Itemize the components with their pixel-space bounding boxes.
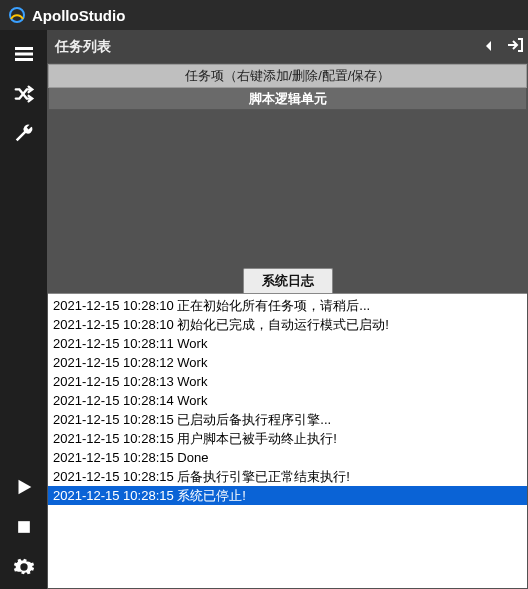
tasks-empty-area[interactable] — [48, 110, 527, 268]
stop-icon — [14, 517, 34, 541]
content-area: 任务项（右键添加/删除/配置/保存） 脚本逻辑单元 系统日志 2021-12-1… — [47, 63, 528, 589]
log-line[interactable]: 2021-12-15 10:28:15 系统已停止! — [48, 486, 527, 505]
play-button[interactable] — [4, 469, 44, 509]
log-line[interactable]: 2021-12-15 10:28:15 用户脚本已被手动终止执行! — [48, 429, 527, 448]
collapse-button[interactable] — [476, 39, 502, 55]
svg-rect-4 — [18, 521, 30, 533]
config-button[interactable] — [4, 549, 44, 589]
app-title: ApolloStudio — [32, 7, 125, 24]
log-line[interactable]: 2021-12-15 10:28:11 Work — [48, 334, 527, 353]
log-line[interactable]: 2021-12-15 10:28:15 后备执行引擎已正常结束执行! — [48, 467, 527, 486]
log-line[interactable]: 2021-12-15 10:28:13 Work — [48, 372, 527, 391]
tasks-header[interactable]: 任务项（右键添加/删除/配置/保存） — [48, 64, 527, 88]
menu-icon — [13, 43, 35, 69]
shuffle-icon — [13, 83, 35, 109]
wrench-icon — [13, 123, 35, 149]
svg-rect-3 — [15, 58, 33, 61]
panel-header: 任务列表 — [47, 30, 528, 63]
play-icon — [13, 476, 35, 502]
login-icon — [507, 39, 523, 55]
log-line[interactable]: 2021-12-15 10:28:14 Work — [48, 391, 527, 410]
chevron-left-icon — [484, 39, 494, 55]
tab-system-log[interactable]: 系统日志 — [243, 268, 333, 293]
log-line[interactable]: 2021-12-15 10:28:10 初始化已完成，自动运行模式已启动! — [48, 315, 527, 334]
title-bar: ApolloStudio — [0, 0, 528, 30]
log-section: 系统日志 2021-12-15 10:28:10 正在初始化所有任务项，请稍后.… — [48, 268, 527, 588]
svg-rect-1 — [15, 47, 33, 50]
log-line[interactable]: 2021-12-15 10:28:10 正在初始化所有任务项，请稍后... — [48, 296, 527, 315]
app-logo-icon — [8, 6, 26, 24]
log-body[interactable]: 2021-12-15 10:28:10 正在初始化所有任务项，请稍后...202… — [48, 294, 527, 588]
stop-button[interactable] — [4, 509, 44, 549]
gear-icon — [13, 556, 35, 582]
shuffle-button[interactable] — [4, 76, 44, 116]
log-line[interactable]: 2021-12-15 10:28:12 Work — [48, 353, 527, 372]
sidebar — [0, 30, 47, 589]
login-button[interactable] — [502, 38, 528, 55]
svg-rect-2 — [15, 53, 33, 56]
panel-title: 任务列表 — [47, 38, 476, 56]
menu-button[interactable] — [4, 36, 44, 76]
script-logic-row[interactable]: 脚本逻辑单元 — [48, 88, 527, 110]
log-tab-bar: 系统日志 — [48, 268, 527, 294]
log-line[interactable]: 2021-12-15 10:28:15 已启动后备执行程序引擎... — [48, 410, 527, 429]
settings-button[interactable] — [4, 116, 44, 156]
main-panel: 任务列表 任务项（右键添加/删除/配置/保存） 脚本逻辑单元 系统日志 2021 — [47, 30, 528, 589]
log-line[interactable]: 2021-12-15 10:28:15 Done — [48, 448, 527, 467]
